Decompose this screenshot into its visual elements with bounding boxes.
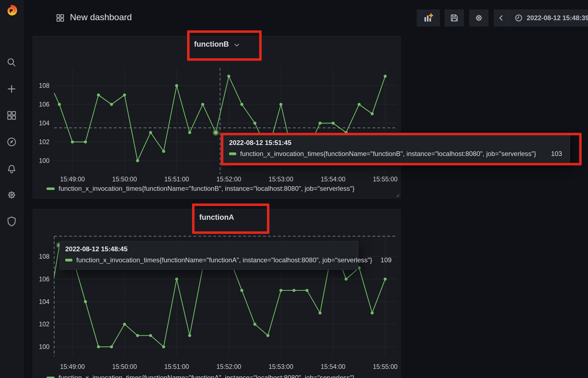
legend-swatch xyxy=(46,187,55,190)
chevron-left-icon xyxy=(498,15,503,21)
grafana-logo-icon xyxy=(6,3,18,17)
svg-text:15:54:00: 15:54:00 xyxy=(321,363,346,370)
legend-label: function_x_invocation_times{functionName… xyxy=(59,185,355,192)
svg-text:15:51:00: 15:51:00 xyxy=(164,363,189,370)
dashboard-settings-button[interactable] xyxy=(469,9,489,27)
svg-text:15:49:00: 15:49:00 xyxy=(60,363,85,370)
sidebar-item-alerting[interactable] xyxy=(6,162,18,175)
bell-icon xyxy=(6,163,17,174)
apps-grid-icon xyxy=(56,14,64,22)
legend-functionA[interactable]: function_x_invocation_times{functionName… xyxy=(46,374,355,378)
time-range-back-button[interactable] xyxy=(494,9,508,27)
tooltip-series-label: function_x_invocation_times{functionName… xyxy=(76,256,372,264)
sidebar-item-search[interactable] xyxy=(6,57,18,69)
svg-text:15:52:00: 15:52:00 xyxy=(216,363,241,370)
dashboards-grid-icon xyxy=(6,110,17,121)
search-icon xyxy=(6,57,17,68)
save-icon xyxy=(450,14,459,22)
svg-text:106: 106 xyxy=(39,101,49,108)
top-nav: New dashboard xyxy=(23,0,588,27)
plus-icon xyxy=(6,84,17,94)
tooltip-functionB: 2022-08-12 15:51:45 function_x_invocatio… xyxy=(223,135,570,164)
timeseries-chart-functionB[interactable]: 10010210410610815:49:0015:50:0015:51:001… xyxy=(33,36,400,198)
svg-text:100: 100 xyxy=(39,343,49,350)
svg-text:104: 104 xyxy=(39,120,50,127)
tooltip-functionA: 2022-08-12 15:48:45 function_x_invocatio… xyxy=(59,241,358,270)
sidebar xyxy=(0,0,23,378)
sidebar-item-configuration[interactable] xyxy=(6,189,18,201)
grafana-app: New dashboard xyxy=(0,0,588,378)
sidebar-item-create[interactable] xyxy=(6,83,18,95)
add-panel-button[interactable] xyxy=(417,9,440,27)
sidebar-item-server-admin[interactable] xyxy=(6,215,18,228)
svg-text:104: 104 xyxy=(39,298,50,305)
save-dashboard-button[interactable] xyxy=(445,9,464,27)
panel-functionB: functionB 10010210410610815:49:0015:50:0… xyxy=(33,36,401,199)
page-title: New dashboard xyxy=(70,12,132,22)
sidebar-item-explore[interactable] xyxy=(6,136,18,148)
svg-text:102: 102 xyxy=(39,321,49,328)
svg-text:15:49:00: 15:49:00 xyxy=(60,176,85,183)
grafana-logo[interactable] xyxy=(6,4,18,16)
svg-text:15:55:00: 15:55:00 xyxy=(373,363,398,370)
svg-text:108: 108 xyxy=(39,253,49,260)
tooltip-series-swatch xyxy=(65,259,72,261)
timeseries-chart-functionA[interactable]: 10010210410610815:49:0015:50:0015:51:001… xyxy=(33,209,400,378)
tooltip-series-value: 103 xyxy=(543,150,562,158)
gear-icon xyxy=(6,189,17,200)
legend-label: function_x_invocation_times{functionName… xyxy=(59,374,355,378)
tooltip-series-value: 109 xyxy=(372,256,392,264)
time-picker[interactable]: 2022-08-12 15:48:39 to xyxy=(494,9,588,27)
tooltip-series-label: function_x_invocation_times{functionName… xyxy=(240,150,536,158)
gear-icon xyxy=(474,13,484,23)
tooltip-time: 2022-08-12 15:51:45 xyxy=(229,139,562,147)
legend-swatch xyxy=(46,377,55,378)
compass-icon xyxy=(6,136,17,147)
panel-functionA: functionA 10010210410610815:49:0015:50:0… xyxy=(33,209,401,378)
svg-text:15:52:00: 15:52:00 xyxy=(216,176,241,183)
legend-functionB[interactable]: function_x_invocation_times{functionName… xyxy=(46,185,355,192)
tooltip-time: 2022-08-12 15:48:45 xyxy=(65,245,350,253)
svg-text:106: 106 xyxy=(39,276,49,283)
svg-text:15:51:00: 15:51:00 xyxy=(164,176,189,183)
time-range-label: 2022-08-12 15:48:39 to xyxy=(527,14,588,22)
add-panel-icon xyxy=(423,13,433,23)
svg-text:108: 108 xyxy=(39,82,49,89)
svg-text:15:50:00: 15:50:00 xyxy=(112,176,137,183)
svg-text:100: 100 xyxy=(39,157,49,164)
shield-icon xyxy=(6,216,17,227)
svg-text:15:50:00: 15:50:00 xyxy=(112,363,137,370)
svg-text:15:55:00: 15:55:00 xyxy=(373,176,398,183)
svg-text:102: 102 xyxy=(39,138,49,146)
svg-text:15:53:00: 15:53:00 xyxy=(269,176,293,183)
panel-resize-handle[interactable] xyxy=(395,193,399,197)
sidebar-item-dashboards[interactable] xyxy=(6,109,18,121)
tooltip-series-swatch xyxy=(229,152,236,155)
clock-icon xyxy=(514,14,523,22)
svg-text:15:54:00: 15:54:00 xyxy=(321,176,346,183)
svg-text:15:53:00: 15:53:00 xyxy=(269,363,293,370)
